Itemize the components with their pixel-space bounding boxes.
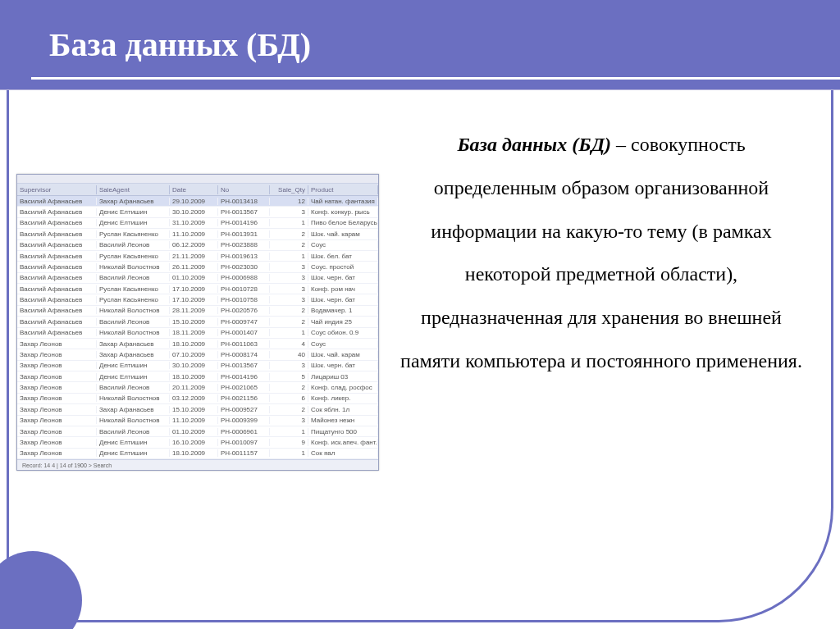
table-cell: Захар Леонов: [17, 384, 97, 391]
db-header-product: Product: [308, 185, 378, 194]
table-cell: Пищатунго 500: [308, 428, 378, 435]
slide: База данных (БД) Supervisor SaleAgent Da…: [0, 0, 840, 629]
db-status-bar: Record: 14 4 | 14 of 1900 > Search: [17, 459, 378, 470]
table-cell: 21.11.2009: [170, 253, 218, 260]
table-cell: Конф. конкур. рысь: [308, 208, 378, 216]
table-cell: Руслан Касьяненко: [97, 296, 170, 303]
table-cell: Чай натан. фантазия: [308, 198, 378, 205]
table-cell: 29.10.2009: [170, 198, 218, 205]
table-cell: РН-0010728: [218, 285, 270, 293]
definition-text: База данных (БД) – совокупность определе…: [395, 123, 807, 596]
table-cell: Василий Афанасьев: [17, 274, 97, 281]
table-cell: 06.12.2009: [170, 241, 218, 248]
table-cell: Василий Афанасьев: [17, 219, 97, 226]
table-cell: Николай Волостнов: [97, 329, 170, 336]
table-cell: Шок. черн. бат: [308, 362, 378, 369]
table-cell: Денис Елтишин: [97, 439, 170, 446]
table-cell: 18.10.2009: [170, 340, 218, 348]
table-cell: 2: [270, 241, 308, 248]
definition-lead: База данных (БД): [457, 134, 616, 155]
table-cell: Захар Леонов: [17, 362, 97, 369]
table-row: Василий АфанасьевДенис Елтишин30.10.2009…: [17, 207, 378, 217]
table-cell: 3: [270, 362, 308, 369]
table-cell: Захар Афанасьев: [97, 340, 170, 348]
table-row: Василий АфанасьевНиколай Волостнов26.11.…: [17, 262, 378, 272]
table-row: Захар ЛеоновЗахар Афанасьев15.10.2009РН-…: [17, 404, 378, 415]
table-cell: 11.10.2009: [170, 230, 218, 238]
table-cell: РН-0019613: [218, 253, 270, 260]
table-cell: 2: [270, 406, 308, 413]
table-cell: 2: [270, 307, 308, 314]
table-cell: 18.10.2009: [170, 373, 218, 381]
table-cell: РН-0009399: [218, 417, 270, 424]
table-cell: Захар Афанасьев: [97, 198, 170, 205]
table-cell: 30.10.2009: [170, 208, 218, 216]
table-cell: Пиво белое Беларусь: [308, 219, 378, 226]
table-cell: Конф. ликер.: [308, 394, 378, 402]
table-cell: РН-0009747: [218, 318, 270, 326]
table-row: Василий АфанасьевРуслан Касьяненко17.10.…: [17, 284, 378, 294]
table-cell: РН-0013567: [218, 208, 270, 216]
table-row: Захар ЛеоновНиколай Волостнов11.10.2009Р…: [17, 416, 378, 426]
table-cell: РН-0020576: [218, 307, 270, 314]
table-cell: Василий Афанасьев: [17, 230, 97, 238]
table-cell: Соус обион. 0.9: [308, 329, 378, 336]
table-row: Захар ЛеоновВасилий Леонов20.11.2009РН-0…: [17, 382, 378, 393]
table-cell: 17.10.2009: [170, 285, 218, 293]
table-cell: Захар Леонов: [17, 394, 97, 402]
title-underline: [31, 77, 840, 80]
table-cell: 3: [270, 285, 308, 293]
table-row: Василий АфанасьевНиколай Волостнов18.11.…: [17, 328, 378, 339]
table-cell: 01.10.2009: [170, 274, 218, 281]
table-cell: 16.10.2009: [170, 439, 218, 446]
table-cell: 1: [270, 428, 308, 435]
table-cell: 31.10.2009: [170, 219, 218, 226]
database-screenshot: Supervisor SaleAgent Date No Sale_Qty Pr…: [16, 174, 379, 471]
table-cell: Захар Леонов: [17, 428, 97, 435]
slide-header: База данных (БД): [0, 0, 840, 90]
table-row: Захар ЛеоновДенис Елтишин30.10.2009РН-00…: [17, 361, 378, 371]
table-row: Захар ЛеоновДенис Елтишин18.10.2009РН-00…: [17, 371, 378, 382]
table-cell: Василий Леонов: [97, 384, 170, 391]
table-row: Захар ЛеоновДенис Елтишин18.10.2009РН-00…: [17, 449, 378, 459]
table-cell: Василий Леонов: [97, 241, 170, 248]
table-cell: 01.10.2009: [170, 428, 218, 435]
table-cell: РН-0006961: [218, 428, 270, 435]
table-row: Захар ЛеоновВасилий Леонов01.10.2009РН-0…: [17, 426, 378, 437]
table-cell: РН-0010097: [218, 439, 270, 446]
table-cell: 9: [270, 439, 308, 446]
table-cell: Василий Афанасьев: [17, 318, 97, 326]
table-row: Захар ЛеоновЗахар Афанасьев07.10.2009РН-…: [17, 349, 378, 360]
table-cell: РН-0014196: [218, 373, 270, 381]
table-cell: 20.11.2009: [170, 384, 218, 391]
table-cell: 1: [270, 253, 308, 260]
db-body: Василий АфанасьевЗахар Афанасьев29.10.20…: [17, 196, 378, 459]
table-cell: Шок. черн. бат: [308, 274, 378, 281]
table-cell: Конф. ром нач: [308, 285, 378, 293]
table-cell: Руслан Касьяненко: [97, 253, 170, 260]
table-cell: 15.10.2009: [170, 406, 218, 413]
table-cell: Захар Леонов: [17, 373, 97, 381]
db-toolbar: [17, 175, 378, 184]
table-cell: Николай Волостнов: [97, 394, 170, 402]
table-cell: Василий Афанасьев: [17, 329, 97, 336]
table-row: Василий АфанасьевРуслан Касьяненко21.11.…: [17, 251, 378, 262]
definition-body: – совокупность определенным образом орга…: [400, 134, 802, 371]
table-cell: 3: [270, 208, 308, 216]
table-cell: РН-0011157: [218, 449, 270, 457]
table-cell: 3: [270, 263, 308, 271]
table-cell: 3: [270, 417, 308, 424]
table-cell: РН-0023030: [218, 263, 270, 271]
table-cell: Денис Елтишин: [97, 449, 170, 457]
table-cell: Денис Елтишин: [97, 373, 170, 381]
table-cell: 6: [270, 394, 308, 402]
table-cell: Лицариш 03: [308, 373, 378, 381]
table-cell: Николай Волостнов: [97, 307, 170, 314]
table-cell: РН-0021156: [218, 394, 270, 402]
table-cell: Соус: [308, 340, 378, 348]
table-cell: 1: [270, 449, 308, 457]
table-cell: Захар Леонов: [17, 439, 97, 446]
table-row: Захар ЛеоновНиколай Волостнов03.12.2009Р…: [17, 394, 378, 404]
table-cell: Василий Леонов: [97, 318, 170, 326]
db-header-supervisor: Supervisor: [17, 185, 97, 194]
